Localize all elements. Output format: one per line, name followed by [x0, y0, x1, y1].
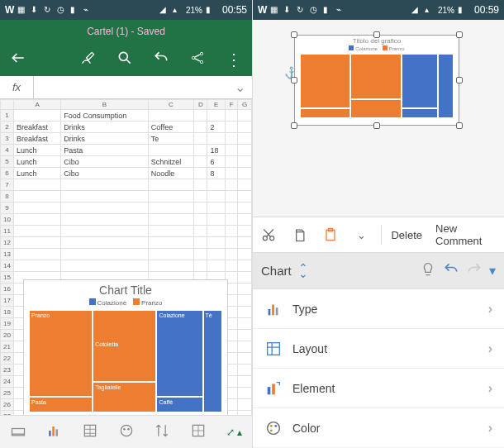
- share-button[interactable]: [189, 50, 206, 69]
- clock-icon: ◷: [57, 5, 67, 15]
- right-phone: W ▦ ⬇ ↻ ◷ ▮ ⌁ ◢ ▴ 21% ▮ 00:59 ⚓ Titolo d…: [252, 0, 504, 448]
- chart-title: Chart Title: [24, 280, 227, 298]
- svg-rect-19: [272, 304, 274, 315]
- usb-icon: ⌁: [336, 5, 346, 15]
- clock-icon: ◷: [310, 5, 320, 15]
- hint-button[interactable]: [420, 261, 436, 281]
- back-button[interactable]: [10, 50, 26, 69]
- ribbon-item-element[interactable]: Element›: [253, 369, 504, 408]
- object-treemap: [300, 54, 454, 118]
- draw-button[interactable]: [80, 50, 97, 69]
- resize-handle[interactable]: [456, 77, 463, 83]
- tm-pranzo: Pranzo: [29, 310, 93, 397]
- svg-rect-20: [276, 307, 278, 315]
- resize-handle[interactable]: [291, 77, 297, 83]
- left-phone: W ▦ ⬇ ↻ ◷ ▮ ⌁ ◢ ▴ 21% ▮ 00:55 Cartel (1)…: [0, 0, 252, 448]
- paste-options-button[interactable]: ⌄: [349, 221, 374, 249]
- svg-rect-7: [56, 429, 59, 436]
- svg-point-3: [200, 60, 202, 63]
- resize-handle[interactable]: [373, 31, 380, 38]
- chevron-right-icon: ›: [488, 421, 492, 436]
- delete-button[interactable]: Delete: [388, 229, 426, 241]
- resize-handle[interactable]: [456, 31, 463, 38]
- ribbon-header: Chart ⌃⌄ ▾: [253, 253, 504, 289]
- svg-rect-5: [50, 431, 52, 436]
- cut-button[interactable]: [256, 221, 281, 249]
- slide-canvas[interactable]: ⚓ Titolo del grafico Colazione Pranzo: [253, 20, 504, 217]
- svg-point-24: [268, 422, 280, 434]
- svg-rect-23: [272, 384, 275, 394]
- svg-rect-6: [53, 427, 55, 436]
- bottom-toolbar: ⤢ ▴: [0, 415, 252, 448]
- status-bar-right: W ▦ ⬇ ↻ ◷ ▮ ⌁ ◢ ▴ 21% ▮ 00:59: [253, 0, 504, 20]
- color-icon: [264, 419, 283, 437]
- legend-swatch-colazione: [89, 298, 96, 305]
- svg-point-1: [192, 56, 194, 59]
- ribbon-item-layout[interactable]: Layout›: [253, 329, 504, 369]
- copy-button[interactable]: [288, 221, 312, 249]
- formula-bar: fx ⌄: [0, 76, 252, 99]
- ribbon-item-color[interactable]: Color›: [253, 408, 504, 448]
- app-icon-w: W: [258, 4, 267, 16]
- switch-button[interactable]: [154, 422, 170, 442]
- more-button[interactable]: ⋮: [226, 50, 242, 69]
- signal-icon: ▴: [173, 5, 183, 15]
- legend-swatch-pranzo: [133, 298, 140, 305]
- svg-point-10: [123, 428, 126, 431]
- collapse-button[interactable]: ▾: [489, 263, 496, 279]
- grid-button[interactable]: [190, 422, 207, 442]
- redo-button[interactable]: [466, 261, 483, 281]
- battery-icon: ▮: [206, 5, 216, 15]
- layout-icon: [264, 340, 283, 358]
- treemap-area: Pranzo Cotoletta Pasta Tagliatelle Colaz…: [29, 310, 222, 412]
- signal-icon: ▴: [425, 5, 435, 15]
- style-button[interactable]: [118, 422, 135, 442]
- status-bar-left: W ▦ ⬇ ↻ ◷ ▮ ⌁ ◢ ▴ 21% ▮ 00:55: [0, 0, 252, 20]
- formula-input[interactable]: [33, 76, 227, 98]
- svg-point-27: [270, 429, 273, 431]
- spreadsheet[interactable]: ABCDEFG1Food Consumption2BreakfastDrinks…: [0, 99, 252, 415]
- refresh-icon: ↻: [44, 5, 54, 15]
- chevron-right-icon: ›: [488, 381, 492, 396]
- resize-handle[interactable]: [291, 31, 297, 38]
- memory-icon: ▮: [70, 5, 80, 15]
- svg-rect-21: [268, 342, 280, 355]
- notification-icon: ▦: [17, 5, 27, 15]
- ribbon-item-type[interactable]: Type›: [253, 289, 504, 329]
- undo-button[interactable]: [443, 261, 459, 281]
- object-chart-legend: Colazione Pranzo: [295, 45, 459, 52]
- paste-button[interactable]: [318, 221, 343, 249]
- refresh-icon: ↻: [297, 5, 307, 15]
- expand-button[interactable]: ⤢ ▴: [226, 427, 242, 438]
- selected-chart-object[interactable]: Titolo del grafico Colazione Pranzo: [294, 35, 459, 126]
- resize-handle[interactable]: [456, 122, 463, 129]
- search-button[interactable]: [116, 50, 133, 69]
- ribbon-tab-name[interactable]: Chart: [261, 264, 292, 278]
- battery-percent: 21%: [438, 6, 454, 15]
- tm-cotoletta: Cotoletta: [93, 310, 156, 382]
- undo-button[interactable]: [153, 50, 169, 69]
- resize-handle[interactable]: [291, 122, 297, 129]
- tm-tagliatelle: Tagliatelle: [93, 382, 156, 412]
- chevron-right-icon: ›: [488, 302, 492, 317]
- action-bar: ⋮: [0, 43, 252, 76]
- resize-handle[interactable]: [373, 122, 380, 129]
- document-title: Cartel (1) - Saved: [0, 20, 252, 43]
- clock-time: 00:55: [222, 4, 247, 16]
- embedded-chart[interactable]: Chart Title Colazione Pranzo Pranzo Coto…: [23, 279, 228, 415]
- chart-insert-button[interactable]: [45, 422, 62, 442]
- download-icon: ⬇: [31, 5, 40, 15]
- tm-te: Tè: [203, 310, 222, 412]
- element-icon: [264, 379, 283, 398]
- formula-expand[interactable]: ⌄: [227, 79, 252, 95]
- tm-colazione: Colazione: [156, 310, 202, 397]
- tab-switcher[interactable]: ⌃⌄: [298, 265, 308, 277]
- table-button[interactable]: [82, 422, 98, 442]
- battery-icon: ▮: [458, 5, 468, 15]
- svg-point-26: [274, 424, 277, 427]
- new-comment-button[interactable]: New Comment: [432, 222, 501, 247]
- tm-caffe: Caffè: [156, 397, 202, 412]
- chart-legend: Colazione Pranzo: [24, 298, 227, 310]
- wifi-icon: ◢: [411, 5, 421, 15]
- keyboard-button[interactable]: [10, 422, 26, 442]
